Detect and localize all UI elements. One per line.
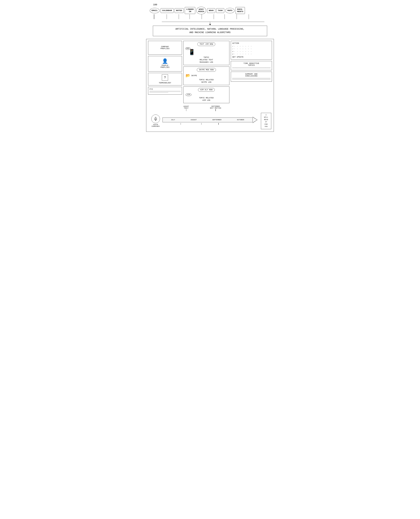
- bottom-row: VOICE COMMANDS JULY: [149, 113, 271, 129]
- source-documents[interactable]: DOCU-MENTS: [236, 7, 245, 14]
- people-profiles-label: PEOPLE PROFLIES: [160, 65, 169, 68]
- month-september: SEPTEMBER: [212, 119, 221, 121]
- action-title: ACTION: [232, 42, 270, 44]
- timeline-bottom-ticks: [163, 123, 253, 125]
- microphone-icon: [154, 117, 158, 121]
- source-email[interactable]: EMAIL: [150, 8, 160, 13]
- august-label: AUGUSTTODAY: [183, 106, 189, 109]
- svg-rect-0: [155, 117, 156, 119]
- september-tick: SEPTEMBERNEXT MEETING: [210, 106, 221, 111]
- tick-bottom-1: [181, 123, 181, 125]
- september-tick-line: [215, 109, 216, 111]
- people-profiles-box: 👤 PEOPLE PROFLIES: [148, 56, 182, 72]
- timeline-labels-area: AUGUSTTODAY SEPTEMBERNEXT MEETING: [163, 106, 257, 112]
- fyi-dash2: [150, 92, 180, 92]
- summary-box: SUMMARY AND CONCLUSIONS: [231, 72, 272, 82]
- sum-dash2: [232, 79, 270, 79]
- skype-label: SKYPE: [191, 75, 197, 77]
- main-inner: COMPANY PROFLIES 👤 PEOPLE PROFLIES ? TER…: [148, 41, 272, 103]
- source-linkedin[interactable]: LINKEDIN: [185, 7, 195, 14]
- folder-icon: 📂: [186, 73, 190, 78]
- dashes-1: - - - - - - -: [234, 45, 252, 47]
- voice-label: VOICE COMMANDS: [151, 124, 160, 127]
- aim-section: AIM ALY NOW AIM TOPIC RELATED AIM LOG: [183, 87, 229, 103]
- check-row-1: ✓ - - - - - - -: [232, 45, 270, 47]
- get-update-label: GET UPDATE: [232, 56, 270, 58]
- terminology-label: TERMINOLOGY: [159, 82, 171, 84]
- september-label: SEPTEMBERNEXT MEETING: [210, 106, 221, 109]
- timeline-wrapper: JULY AUGUST SEPTEMBER OCTOBER: [163, 117, 260, 125]
- company-profiles-label: COMPANY PROFLIES: [160, 46, 169, 50]
- source-calendar[interactable]: CALENDAR: [161, 8, 173, 13]
- will-read-label: I WILL READ IT FOR YOU: [264, 114, 268, 128]
- ref-label: 100: [153, 3, 277, 6]
- x-mark-2: ✗: [232, 53, 233, 55]
- aim-label: AIM: [186, 93, 191, 96]
- month-august: AUGUST: [191, 119, 197, 121]
- check-row-3: ✗ - - - - - - -: [232, 51, 270, 52]
- company-profiles-box: COMPANY PROFLIES: [148, 41, 182, 55]
- august-tick: AUGUSTTODAY: [183, 106, 189, 111]
- sms-section-title: TOPIC RELATED TEXT MASSAGES LOG: [185, 56, 228, 64]
- time-sensitive-label: TIME SENSITIVE TOPICS: [232, 63, 270, 66]
- x-mark-1: ✗: [232, 51, 233, 52]
- summary-label: SUMMARY AND CONCLUSIONS: [232, 73, 270, 77]
- person-icon: 👤: [162, 59, 168, 64]
- col-left: COMPANY PROFLIES 👤 PEOPLE PROFLIES ? TER…: [148, 41, 182, 103]
- sms-section: TEXT JIM NOW SMS 📱 TOPIC RELATED TEXT MA…: [183, 41, 229, 65]
- tick-bottom-2: [201, 123, 202, 125]
- check-mark-1: ✓: [232, 45, 233, 47]
- tick-bottom-3: [218, 123, 219, 125]
- skype-section: SKYPE MEG NOW 📂 SKYPE TOPIC RELATED SKYP…: [183, 67, 229, 85]
- aim-section-title: TOPIC RELATED AIM LOG: [185, 97, 228, 102]
- aim-aly-now-btn[interactable]: AIM ALY NOW: [198, 88, 215, 92]
- question-icon-box: ?: [162, 74, 168, 81]
- col-right: ACTION ✓ - - - - - - - ✓ - - - - - - - ✗: [231, 41, 272, 103]
- source-news[interactable]: NEWS: [207, 8, 215, 13]
- sum-dash3: [232, 79, 270, 80]
- dashes-3: - - - - - - -: [234, 51, 252, 52]
- voice-circle[interactable]: [151, 115, 160, 123]
- ts-dash1: [232, 67, 270, 67]
- source-task[interactable]: TASK: [216, 8, 224, 13]
- ai-box: ARTIFICIAL INTELEGANCE, NATURAL LANGUAGE…: [153, 26, 267, 36]
- check-mark-2: ✓: [232, 48, 233, 50]
- terminology-box: ? TERMINOLOGY: [148, 73, 182, 85]
- will-read-box[interactable]: I WILL READ IT FOR YOU: [261, 113, 271, 129]
- ai-line1: ARTIFICIAL INTELEGANCE, NATURAL LANGUAGE…: [157, 28, 263, 31]
- question-icon: ?: [164, 76, 166, 79]
- timeline-track: JULY AUGUST SEPTEMBER OCTOBER: [163, 117, 253, 123]
- ai-line2: AND MACHINE LEARNING ALGORITHMS: [157, 31, 263, 34]
- dashes-2: - - - - - - -: [234, 48, 252, 50]
- ts-dash2: [232, 68, 270, 68]
- skype-section-title: TOPIC RELATED SKYPE LOG: [185, 79, 228, 83]
- sources-row: EMAIL CALENDAR NOTES LINKEDIN WIKIPEDIA …: [150, 7, 277, 14]
- action-checks: ✓ - - - - - - - ✓ - - - - - - - ✗ - - - …: [232, 45, 270, 55]
- col-mid: TEXT JIM NOW SMS 📱 TOPIC RELATED TEXT MA…: [183, 41, 229, 103]
- source-notes[interactable]: NOTES: [175, 8, 184, 13]
- skype-meg-now-btn[interactable]: SKYPE MEG NOW: [197, 68, 216, 72]
- phone-icon: 📱: [188, 49, 195, 56]
- page: 100 EMAIL CALENDAR NOTES LINKEDIN WIKIPE…: [143, 3, 277, 132]
- source-maps[interactable]: MAPS: [225, 8, 235, 13]
- action-box: ACTION ✓ - - - - - - - ✓ - - - - - - - ✗: [231, 41, 272, 59]
- text-jim-now-btn[interactable]: TEXT JIM NOW: [197, 42, 215, 46]
- timeline-area: AUGUSTTODAY SEPTEMBERNEXT MEETING: [148, 105, 272, 130]
- check-row-2: ✓ - - - - - - -: [232, 48, 270, 50]
- month-october: OCTOBER: [237, 119, 244, 121]
- fyi-label: FYI: [150, 88, 180, 90]
- fyi-dash1: [150, 91, 180, 91]
- main-container: COMPANY PROFLIES 👤 PEOPLE PROFLIES ? TER…: [146, 39, 274, 132]
- time-sensitive-box: TIME SENSITIVE TOPICS: [231, 61, 272, 70]
- dashes-4: - - - - - - -: [234, 53, 252, 55]
- source-wikipedia[interactable]: WIKIPEDIA: [196, 7, 206, 14]
- month-july: JULY: [171, 119, 175, 121]
- fyi-box: FYI: [148, 87, 182, 95]
- check-row-4: ✗ - - - - - - -: [232, 53, 270, 55]
- august-tick-line: [186, 109, 187, 111]
- sms-label: SMS: [185, 47, 190, 50]
- voice-area: VOICE COMMANDS: [149, 115, 163, 127]
